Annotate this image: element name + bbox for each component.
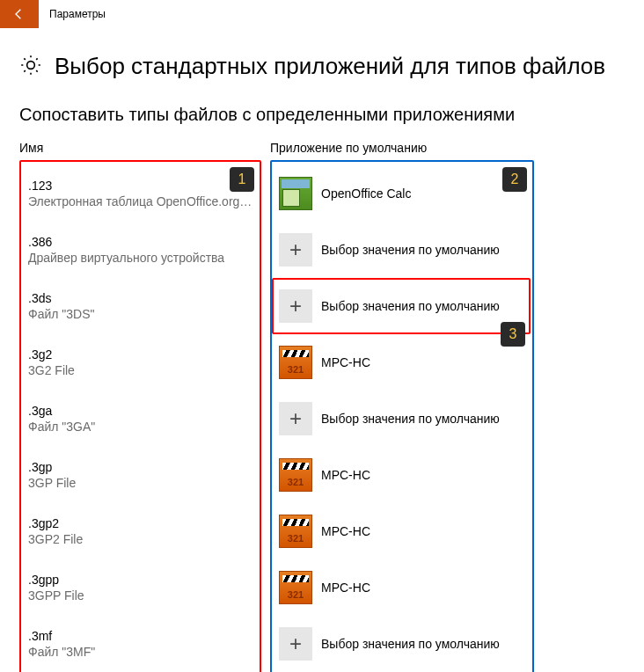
file-type-row[interactable]: .3gp23GP2 File (26, 503, 254, 559)
file-description: Файл "3GA" (28, 420, 254, 434)
default-app-row[interactable]: 321MPC-HC (274, 559, 531, 616)
back-button[interactable] (0, 0, 39, 28)
default-app-label: MPC-HC (321, 468, 370, 482)
default-app-row[interactable]: OpenOffice Calc (274, 165, 531, 222)
default-app-label: MPC-HC (321, 524, 370, 538)
mpc-hc-icon: 321 (279, 346, 312, 379)
default-app-list: 2 OpenOffice Calc+Выбор значения по умол… (270, 160, 534, 672)
default-app-label: Выбор значения по умолчанию (321, 637, 500, 651)
plus-icon: + (279, 289, 312, 323)
file-description: 3GP File (28, 476, 254, 490)
mpc-hc-icon: 321 (279, 458, 312, 492)
window-title: Параметры (49, 8, 106, 20)
default-app-row[interactable]: +Выбор значения по умолчанию (274, 391, 531, 447)
file-description: 3G2 File (28, 363, 254, 377)
plus-icon: + (279, 402, 312, 435)
file-description: Файл "3MF" (28, 645, 254, 659)
file-extension: .3ga (28, 404, 254, 418)
default-app-row[interactable]: 321MPC-HC (274, 447, 531, 503)
default-app-label: OpenOffice Calc (321, 186, 411, 201)
default-app-label: Выбор значения по умолчанию (321, 412, 500, 426)
file-extension: .123 (28, 179, 254, 193)
default-app-row[interactable]: +Выбор значения по умолчанию3 (272, 278, 531, 334)
default-app-label: Выбор значения по умолчанию (321, 299, 500, 313)
file-type-row[interactable]: .3gpp3GPP File (26, 559, 254, 616)
page-title: Выбор стандартных приложений для типов ф… (55, 53, 605, 80)
file-type-list: 1 .123Электронная таблица OpenOffice.org… (19, 160, 261, 672)
default-app-row[interactable]: 321MPC-HC (274, 334, 531, 391)
file-type-row[interactable]: .3g23G2 File (26, 334, 254, 391)
page-subtitle: Сопоставить типы файлов с определенными … (19, 105, 625, 125)
file-extension: .3g2 (28, 347, 254, 362)
file-type-row[interactable]: .3mfФайл "3MF" (26, 616, 254, 672)
plus-icon: + (279, 627, 312, 661)
file-type-row[interactable]: .123Электронная таблица OpenOffice.org… (26, 165, 254, 222)
gear-icon (19, 54, 42, 79)
mpc-hc-icon: 321 (279, 571, 312, 604)
mpc-hc-icon: 321 (279, 515, 312, 548)
file-description: Электронная таблица OpenOffice.org… (28, 194, 254, 208)
file-extension: .3gp (28, 460, 254, 474)
default-app-row[interactable]: 321MPC-HC (274, 503, 531, 559)
file-type-row[interactable]: .3dsФайл "3DS" (26, 278, 254, 334)
file-type-row[interactable]: .3gp3GP File (26, 447, 254, 503)
file-extension: .3mf (28, 629, 254, 643)
openoffice-calc-icon (279, 177, 312, 210)
file-extension: .386 (28, 235, 254, 249)
file-type-row[interactable]: .3gaФайл "3GA" (26, 391, 254, 447)
column-header-name: Имя (19, 141, 261, 155)
default-app-row[interactable]: +Выбор значения по умолчанию (274, 616, 531, 672)
arrow-left-icon (12, 7, 26, 21)
default-app-label: Выбор значения по умолчанию (321, 243, 500, 257)
default-app-label: MPC-HC (321, 355, 370, 369)
file-extension: .3ds (28, 291, 254, 305)
titlebar: Параметры (0, 0, 644, 28)
default-app-row[interactable]: +Выбор значения по умолчанию (274, 222, 531, 278)
file-description: 3GP2 File (28, 532, 254, 546)
file-description: Драйвер виртуального устройства (28, 251, 254, 265)
plus-icon: + (279, 233, 312, 267)
file-extension: .3gp2 (28, 516, 254, 530)
default-app-label: MPC-HC (321, 581, 370, 595)
file-type-row[interactable]: .386Драйвер виртуального устройства (26, 222, 254, 278)
annotation-badge-1: 1 (230, 167, 254, 192)
column-header-app: Приложение по умолчанию (270, 141, 534, 155)
file-extension: .3gpp (28, 573, 254, 587)
file-description: 3GPP File (28, 588, 254, 603)
file-description: Файл "3DS" (28, 307, 254, 321)
